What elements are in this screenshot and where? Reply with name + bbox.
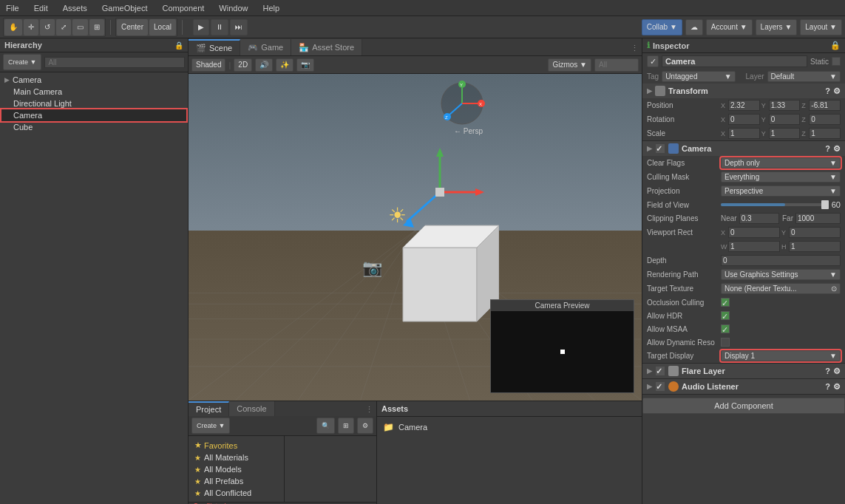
occlusion-checkbox[interactable]: ✓ — [721, 298, 730, 307]
transform-section-header[interactable]: ▶ Transform ? ⚙ — [642, 84, 845, 98]
tree-item-cube[interactable]: Cube — [1, 121, 186, 133]
audio-listener-header[interactable]: ▶ ✓ Audio Listener ? ⚙ — [642, 379, 845, 394]
panel-more-btn[interactable]: ⋮ — [362, 403, 376, 416]
audio-info-btn[interactable]: ? — [825, 382, 830, 392]
target-texture-dropdown[interactable]: None (Render Textu... ⊙ — [721, 283, 841, 294]
local-button[interactable]: Local — [149, 19, 176, 35]
audio-settings-btn[interactable]: ⚙ — [833, 382, 841, 392]
culling-mask-dropdown[interactable]: Everything ▼ — [721, 171, 841, 183]
projection-dropdown[interactable]: Perspective ▼ — [721, 185, 841, 197]
tool-scale[interactable]: ⤢ — [56, 19, 71, 35]
rotation-z-input[interactable] — [809, 114, 841, 125]
allow-hdr-checkbox[interactable]: ✓ — [721, 311, 730, 320]
effects-button[interactable]: ✨ — [276, 58, 293, 72]
flare-info-btn[interactable]: ? — [825, 367, 830, 376]
menu-edit[interactable]: Edit — [31, 2, 51, 14]
tab-project[interactable]: Project — [189, 401, 229, 416]
scale-z-input[interactable] — [809, 128, 841, 139]
menu-gameobject[interactable]: GameObject — [99, 2, 151, 14]
menu-help[interactable]: Help — [259, 2, 282, 14]
vp-w-input[interactable] — [728, 241, 780, 252]
menu-file[interactable]: File — [3, 2, 22, 14]
camera-active-check[interactable]: ✓ — [655, 143, 665, 154]
layout-button[interactable]: Layout ▼ — [800, 19, 842, 35]
transform-settings-btn[interactable]: ⚙ — [833, 86, 841, 96]
camera-info-btn[interactable]: ? — [825, 144, 830, 154]
flare-layer-header[interactable]: ▶ ✓ Flare Layer ? ⚙ — [642, 364, 845, 378]
scene-search[interactable] — [594, 58, 639, 72]
transform-info-btn[interactable]: ? — [825, 86, 830, 96]
static-checkbox[interactable] — [832, 57, 841, 66]
vp-y-input[interactable] — [789, 227, 841, 238]
tree-item-main-camera[interactable]: Main Camera — [1, 86, 186, 98]
tree-item-camera-selected[interactable]: Camera — [1, 109, 186, 121]
camera-section-header[interactable]: ▶ ✓ Camera ? ⚙ — [642, 141, 845, 156]
position-z-input[interactable] — [809, 100, 841, 111]
project-create-button[interactable]: Create ▼ — [191, 418, 230, 434]
pause-button[interactable]: ⏸ — [211, 19, 228, 35]
collab-button[interactable]: Collab ▼ — [642, 19, 682, 35]
layers-button[interactable]: Layers ▼ — [756, 19, 798, 35]
tool-hand[interactable]: ✋ — [4, 19, 22, 35]
object-name-field[interactable] — [662, 55, 807, 67]
add-component-button[interactable]: Add Component — [642, 398, 845, 414]
fov-slider[interactable] — [721, 203, 829, 206]
screen-button[interactable]: 📷 — [296, 58, 314, 72]
near-input[interactable] — [739, 213, 779, 224]
audio-button[interactable]: 🔊 — [255, 58, 273, 72]
target-display-dropdown[interactable]: Display 1 ▼ — [721, 350, 841, 361]
asset-camera-folder[interactable]: 📁 Camera — [380, 420, 639, 435]
hierarchy-lock[interactable]: 🔒 — [174, 41, 183, 50]
rotation-y-input[interactable] — [769, 114, 801, 125]
tab-asset-store[interactable]: 🏪 Asset Store — [291, 39, 362, 55]
gizmos-button[interactable]: Gizmos ▼ — [548, 58, 591, 72]
sidebar-all-conflicted[interactable]: ★ All Conflicted — [191, 487, 281, 499]
tab-scene[interactable]: 🎬 Scene — [189, 39, 240, 55]
clear-flags-dropdown[interactable]: Depth only ▼ — [721, 157, 841, 168]
position-y-input[interactable] — [769, 100, 801, 111]
scale-y-input[interactable] — [769, 128, 801, 139]
rendering-path-dropdown[interactable]: Use Graphics Settings ▼ — [721, 269, 841, 280]
layer-dropdown[interactable]: Default ▼ — [767, 71, 841, 82]
project-search-btn[interactable]: 🔍 — [316, 418, 335, 434]
hierarchy-search[interactable] — [44, 57, 185, 68]
tree-item-camera-root[interactable]: ▶ Camera — [1, 74, 186, 86]
tree-item-directional-light[interactable]: Directional Light — [1, 98, 186, 109]
far-input[interactable] — [795, 213, 841, 224]
tab-game[interactable]: 🎮 Game — [240, 39, 291, 55]
flare-settings-btn[interactable]: ⚙ — [833, 367, 841, 376]
play-button[interactable]: ▶ — [193, 19, 209, 35]
sidebar-all-prefabs[interactable]: ★ All Prefabs — [191, 475, 281, 487]
scale-x-input[interactable] — [728, 128, 760, 139]
rotation-x-input[interactable] — [728, 114, 760, 125]
menu-assets[interactable]: Assets — [60, 2, 90, 14]
account-button[interactable]: Account ▼ — [706, 19, 753, 35]
tool-rect[interactable]: ▭ — [72, 19, 88, 35]
vp-x-input[interactable] — [728, 227, 780, 238]
menu-window[interactable]: Window — [216, 2, 251, 14]
depth-input[interactable] — [721, 255, 841, 266]
tool-move[interactable]: ✛ — [24, 19, 38, 35]
vp-h-input[interactable] — [789, 241, 841, 252]
cloud-button[interactable]: ☁ — [685, 19, 703, 35]
scene-viewport[interactable]: ☀ 📷 Y X Z — [189, 74, 642, 401]
fov-slider-thumb[interactable] — [821, 200, 829, 209]
tab-console[interactable]: Console — [229, 401, 274, 416]
audio-active-check[interactable]: ✓ — [655, 381, 665, 392]
step-button[interactable]: ⏭ — [230, 19, 248, 35]
center-button[interactable]: Center — [117, 19, 148, 35]
flare-active-check[interactable]: ✓ — [655, 366, 665, 376]
project-layout-btn[interactable]: ⊞ — [338, 418, 354, 434]
tag-dropdown[interactable]: Untagged ▼ — [662, 71, 735, 82]
scene-more-btn[interactable]: ⋮ — [628, 41, 642, 55]
position-x-input[interactable] — [728, 100, 760, 111]
allow-dynres-checkbox[interactable] — [721, 338, 730, 347]
camera-settings-btn[interactable]: ⚙ — [833, 144, 841, 154]
object-active-checkbox[interactable]: ✓ — [647, 55, 659, 67]
hierarchy-create-button[interactable]: Create ▼ — [3, 54, 41, 70]
allow-msaa-checkbox[interactable]: ✓ — [721, 324, 730, 333]
inspector-lock-icon[interactable]: 🔒 — [830, 41, 841, 50]
shaded-dropdown[interactable]: Shaded — [191, 58, 225, 72]
tool-transform[interactable]: ⊞ — [89, 19, 104, 35]
tool-rotate[interactable]: ↺ — [40, 19, 55, 35]
